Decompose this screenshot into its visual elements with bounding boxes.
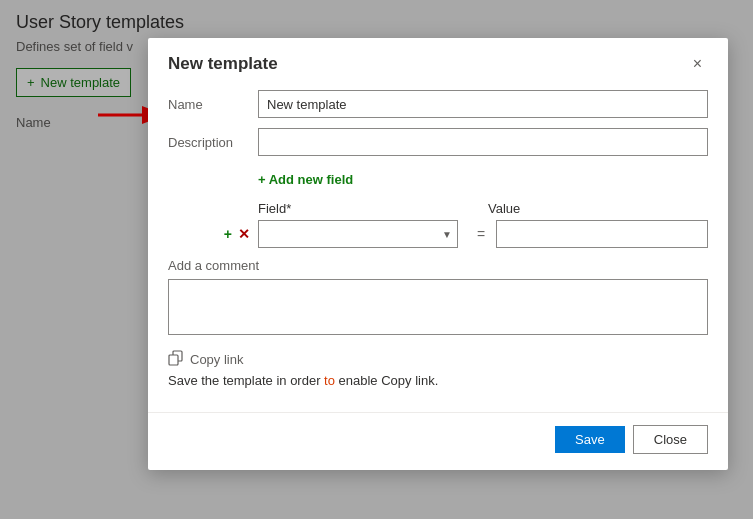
name-row: Name: [168, 90, 708, 118]
dialog-body: Name Description + Add new field Field* …: [148, 86, 728, 404]
svg-rect-3: [169, 355, 178, 365]
equals-sign: =: [466, 226, 496, 242]
dialog-header: New template ×: [148, 38, 728, 86]
field-row: + ✕ ▼ =: [258, 220, 708, 248]
copy-link-text: Copy link: [190, 352, 243, 367]
save-note: Save the template in order to enable Cop…: [168, 373, 708, 388]
description-label: Description: [168, 135, 258, 150]
dialog-title: New template: [168, 54, 278, 74]
fields-header: Field* Value: [258, 201, 708, 216]
add-field-label: + Add new field: [258, 172, 353, 187]
dialog-close-button[interactable]: ×: [687, 54, 708, 74]
comment-label: Add a comment: [168, 258, 708, 273]
copy-link-section: Copy link: [168, 350, 708, 369]
name-label: Name: [168, 97, 258, 112]
add-field-icon-button[interactable]: +: [224, 227, 232, 241]
description-input[interactable]: [258, 128, 708, 156]
field-column-header: Field*: [258, 201, 458, 216]
add-new-field-button[interactable]: + Add new field: [258, 166, 353, 193]
remove-field-icon-button[interactable]: ✕: [238, 227, 250, 241]
description-row: Description: [168, 128, 708, 156]
value-input[interactable]: [496, 220, 708, 248]
field-actions: + ✕: [168, 227, 250, 241]
field-select[interactable]: [258, 220, 458, 248]
value-column-header: Value: [488, 201, 520, 216]
save-button[interactable]: Save: [555, 426, 625, 453]
close-button[interactable]: Close: [633, 425, 708, 454]
comment-section: Add a comment: [168, 258, 708, 338]
field-select-wrapper: ▼: [258, 220, 458, 248]
dialog-footer: Save Close: [148, 412, 728, 470]
copy-link-icon: [168, 350, 184, 369]
new-template-dialog: New template × Name Description + Add ne…: [148, 38, 728, 470]
comment-textarea[interactable]: [168, 279, 708, 335]
name-input[interactable]: [258, 90, 708, 118]
save-note-highlight: to: [324, 373, 335, 388]
